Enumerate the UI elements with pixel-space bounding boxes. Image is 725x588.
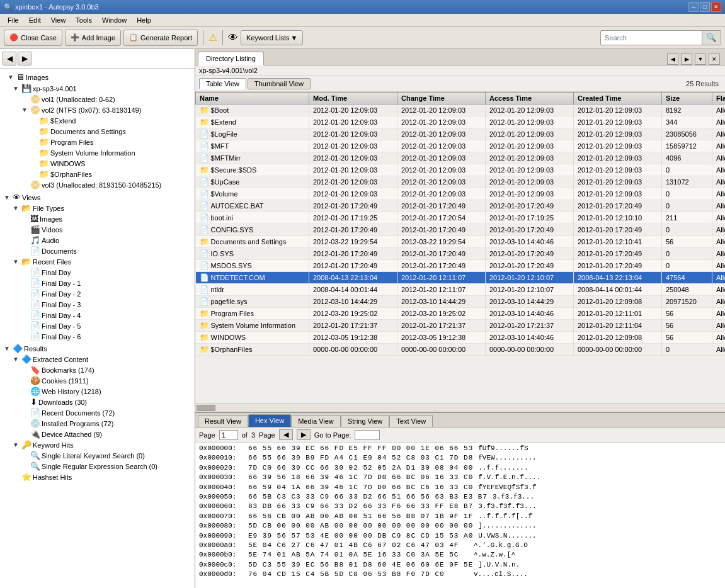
tab-menu-btn[interactable]: ▼ [695, 54, 706, 65]
goto-input[interactable] [355, 430, 380, 440]
forward-button[interactable]: ▶ [18, 52, 31, 65]
horizontal-scrollbar[interactable] [195, 403, 725, 412]
tree-item-webhistory[interactable]: 🌐Web History (1218) [20, 386, 192, 397]
tree-item-xpsp3[interactable]: ▼ 💾 xp-sp3-v4.001 [11, 83, 192, 94]
page-input[interactable] [219, 430, 238, 440]
menu-edit[interactable]: Edit [24, 15, 46, 25]
search-button[interactable]: 🔍 [702, 31, 721, 45]
menu-tools[interactable]: Tools [71, 15, 97, 25]
search-input[interactable] [601, 33, 702, 43]
tab-result-view[interactable]: Result View [198, 415, 248, 427]
table-row[interactable]: 📄NTDETECT.COM 2008-04-13 22:13:04 2012-0… [196, 272, 726, 284]
table-row[interactable]: 📄AUTOEXEC.BAT 2012-01-20 17:20:49 2012-0… [196, 200, 726, 212]
tree-item-progfiles[interactable]: 📁 Program Files [29, 137, 192, 147]
col-header-mod[interactable]: Mod. Time [309, 93, 397, 105]
tree-item-finalday[interactable]: 📄Final Day [20, 267, 192, 278]
tree-item-finalday3[interactable]: 📄Final Day - 3 [20, 299, 192, 310]
tree-item-recentdocs[interactable]: 📄Recent Documents (72) [20, 407, 192, 418]
tree-item-finalday1[interactable]: 📄Final Day - 1 [20, 278, 192, 288]
tree-item-windows[interactable]: 📁 WINDOWS [29, 158, 192, 169]
table-row[interactable]: 📁$Secure:$SDS 2012-01-20 12:09:03 2012-0… [196, 164, 726, 176]
tree-item-sorphan[interactable]: 📁 $OrphanFiles [29, 169, 192, 179]
tree-item-images-ft[interactable]: 🖼 Images [20, 213, 192, 224]
tree-item-finalday6[interactable]: 📄Final Day - 6 [20, 331, 192, 342]
scroll-left-btn[interactable]: ◀ [667, 54, 678, 65]
table-row[interactable]: 📄$UpCase 2012-01-20 12:09:03 2012-01-20 … [196, 176, 726, 188]
tab-hex-view[interactable]: Hex View [248, 414, 291, 427]
tree-item-finalday5[interactable]: 📄Final Day - 5 [20, 320, 192, 331]
tab-text-view[interactable]: Text View [389, 415, 433, 427]
titlebar-controls[interactable]: ─ □ ✕ [688, 2, 721, 12]
tree-item-audio[interactable]: 🎵 Audio [20, 235, 192, 246]
table-row[interactable]: 📁Program Files 2012-03-20 19:25:02 2012-… [196, 308, 726, 320]
tree-item-downloads[interactable]: ⬇Downloads (30) [20, 397, 192, 407]
table-row[interactable]: 📄CONFIG.SYS 2012-01-20 17:20:49 2012-01-… [196, 224, 726, 236]
table-row[interactable]: 📄pagefile.sys 2012-03-10 14:44:29 2012-0… [196, 296, 726, 308]
table-row[interactable]: 📁System Volume Information 2012-01-20 17… [196, 320, 726, 332]
tree-item-documents[interactable]: 📄 Documents [20, 246, 192, 256]
tree-item-finalday2[interactable]: 📄Final Day - 2 [20, 288, 192, 299]
table-row[interactable]: 📁$Boot 2012-01-20 12:09:03 2012-01-20 12… [196, 105, 726, 116]
tree-item-vol3[interactable]: 📀 vol3 (Unallocated: 8193150-10485215) [20, 179, 192, 190]
tree-item-vol1[interactable]: 📀 vol1 (Unallocated: 0-62) [20, 94, 192, 105]
tree-item-cookies[interactable]: 🍪Cookies (1911) [20, 375, 192, 386]
table-row[interactable]: 📁$OrphanFiles 0000-00-00 00:00:00 0000-0… [196, 344, 726, 356]
table-row[interactable]: 📄$MFTMirr 2012-01-20 12:09:03 2012-01-20… [196, 152, 726, 164]
tree-item-installedprog[interactable]: 💿Installed Programs (72) [20, 418, 192, 429]
table-row[interactable]: 📁$Extend 2012-01-20 12:09:03 2012-01-20 … [196, 116, 726, 128]
table-row[interactable]: 📄$Volume 2012-01-20 12:09:03 2012-01-20 … [196, 188, 726, 200]
tab-table-view[interactable]: Table View [199, 78, 246, 89]
tree-item-keyhits[interactable]: ▼ 🔑 Keyword Hits [11, 439, 192, 450]
close-case-button[interactable]: 🔴 Close Case [4, 30, 62, 46]
tab-string-view[interactable]: String View [341, 415, 389, 427]
menu-window[interactable]: Window [97, 15, 132, 25]
tab-media-view[interactable]: Media View [291, 415, 341, 427]
page-prev-btn[interactable]: ◀ [279, 429, 293, 440]
file-table-container[interactable]: Name Mod. Time Change Time Access Time C… [195, 92, 725, 403]
keyword-lists-button[interactable]: Keyword Lists ▼ [241, 30, 303, 45]
add-image-button[interactable]: ➕ Add Image [65, 30, 121, 46]
table-row[interactable]: 📁Documents and Settings 2012-03-22 19:29… [196, 236, 726, 248]
tree-item-bookmarks[interactable]: 🔖Bookmarks (174) [20, 365, 192, 375]
hscroll-thumb[interactable] [197, 405, 215, 411]
tree-item-views[interactable]: ▼ 👁 Views [3, 192, 192, 203]
search-box[interactable]: 🔍 [600, 30, 721, 45]
table-row[interactable]: 📄MSDOS.SYS 2012-01-20 17:20:49 2012-01-2… [196, 260, 726, 272]
close-btn[interactable]: ✕ [711, 2, 721, 12]
table-row[interactable]: 📄boot.ini 2012-01-20 17:19:25 2012-01-20… [196, 212, 726, 224]
col-header-size[interactable]: Size [662, 93, 712, 105]
tab-close-btn[interactable]: ✕ [709, 54, 720, 65]
tree-item-singleliteral[interactable]: 🔍Single Literal Keyword Search (0) [20, 450, 192, 461]
back-button[interactable]: ◀ [3, 52, 16, 65]
table-row[interactable]: 📄$LogFile 2012-01-20 12:09:03 2012-01-20… [196, 128, 726, 140]
tree-item-finalday4[interactable]: 📄Final Day - 4 [20, 310, 192, 320]
col-header-name[interactable]: Name [196, 93, 309, 105]
tree-item-recentfiles[interactable]: ▼ 📂 Recent Files [11, 256, 192, 267]
tree-item-deviceattached[interactable]: 🔌Device Attached (9) [20, 429, 192, 439]
table-row[interactable]: 📄$MFT 2012-01-20 12:09:03 2012-01-20 12:… [196, 140, 726, 152]
table-row[interactable]: 📄ntldr 2008-04-14 00:01:44 2012-01-20 12… [196, 284, 726, 296]
page-next-btn[interactable]: ▶ [297, 429, 311, 440]
expander-images[interactable]: ▼ [6, 73, 15, 82]
col-header-access[interactable]: Access Time [486, 93, 574, 105]
table-row[interactable]: 📁WINDOWS 2012-03-05 19:12:38 2012-03-05 … [196, 332, 726, 344]
tree-item-sysvolinfo[interactable]: 📁 System Volume Information [29, 147, 192, 158]
col-header-change[interactable]: Change Time [397, 93, 486, 105]
tree-item-extracted[interactable]: ▼ 🔷 Extracted Content [11, 354, 192, 365]
tree-item-videos[interactable]: 🎬 Videos [20, 224, 192, 235]
table-row[interactable]: 📄IO.SYS 2012-01-20 17:20:49 2012-01-20 1… [196, 248, 726, 260]
tree-item-vol2[interactable]: ▼ 📀 vol2 (NTFS (0x07): 63-8193149) [20, 105, 192, 115]
tree-item-filetypes[interactable]: ▼ 📂 File Types [11, 203, 192, 213]
col-header-created[interactable]: Created Time [574, 93, 662, 105]
tree-item-images[interactable]: ▼ 🖥 Images [3, 72, 192, 82]
maximize-btn[interactable]: □ [700, 2, 710, 12]
col-header-flags[interactable]: Flags(Dir) [712, 93, 726, 105]
tree-item-hashset[interactable]: ⭐ Hashset Hits [11, 472, 192, 482]
tree-item-docs[interactable]: 📁 Documents and Settings [29, 126, 192, 137]
generate-report-button[interactable]: 📋 Generate Report [123, 30, 198, 46]
minimize-btn[interactable]: ─ [688, 2, 699, 12]
tree-item-results[interactable]: ▼ 🔷 Results [3, 343, 192, 354]
menu-view[interactable]: View [46, 15, 71, 25]
scroll-right-btn[interactable]: ▶ [681, 54, 692, 65]
menu-file[interactable]: File [3, 15, 24, 25]
